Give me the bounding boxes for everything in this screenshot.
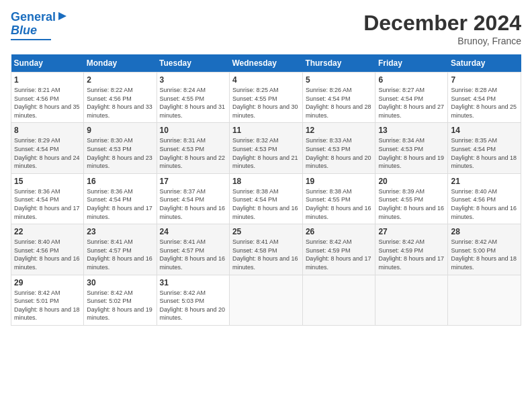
day-info: Sunrise: 8:39 AM Sunset: 4:55 PM Dayligh… xyxy=(378,187,445,221)
day-number: 16 xyxy=(87,177,153,186)
day-cell: 15 Sunrise: 8:36 AM Sunset: 4:54 PM Dayl… xyxy=(11,173,84,224)
day-number: 23 xyxy=(87,227,153,236)
month-title: December 2024 xyxy=(363,11,521,36)
day-number: 6 xyxy=(378,75,445,85)
day-cell: 26 Sunrise: 8:42 AM Sunset: 4:59 PM Dayl… xyxy=(302,224,375,275)
day-cell xyxy=(302,275,375,325)
day-cell: 10 Sunrise: 8:31 AM Sunset: 4:53 PM Dayl… xyxy=(157,123,229,173)
day-cell: 23 Sunrise: 8:41 AM Sunset: 4:57 PM Dayl… xyxy=(84,224,157,275)
day-cell: 8 Sunrise: 8:29 AM Sunset: 4:54 PM Dayli… xyxy=(11,123,84,173)
day-info: Sunrise: 8:33 AM Sunset: 4:53 PM Dayligh… xyxy=(306,136,373,170)
day-info: Sunrise: 8:28 AM Sunset: 4:54 PM Dayligh… xyxy=(451,86,518,120)
day-number: 19 xyxy=(306,177,373,186)
day-info: Sunrise: 8:40 AM Sunset: 4:56 PM Dayligh… xyxy=(451,187,518,221)
day-cell: 30 Sunrise: 8:42 AM Sunset: 5:02 PM Dayl… xyxy=(84,275,157,325)
day-cell: 25 Sunrise: 8:41 AM Sunset: 4:58 PM Dayl… xyxy=(229,224,302,275)
day-info: Sunrise: 8:38 AM Sunset: 4:55 PM Dayligh… xyxy=(306,187,373,221)
title-section: December 2024 Brunoy, France xyxy=(363,11,521,46)
logo-blue-text: Blue xyxy=(11,24,37,38)
day-info: Sunrise: 8:31 AM Sunset: 4:53 PM Dayligh… xyxy=(160,136,226,170)
day-cell: 31 Sunrise: 8:42 AM Sunset: 5:03 PM Dayl… xyxy=(157,275,229,325)
day-cell: 9 Sunrise: 8:30 AM Sunset: 4:53 PM Dayli… xyxy=(84,123,157,173)
day-cell: 1 Sunrise: 8:21 AM Sunset: 4:56 PM Dayli… xyxy=(11,73,84,123)
header: General Blue December 2024 Brunoy, Franc… xyxy=(11,11,521,46)
day-number: 25 xyxy=(232,227,300,236)
day-header-sunday: Sunday xyxy=(11,54,84,73)
day-number: 7 xyxy=(451,75,518,85)
day-info: Sunrise: 8:42 AM Sunset: 5:01 PM Dayligh… xyxy=(14,289,81,322)
day-number: 5 xyxy=(306,75,373,85)
day-number: 10 xyxy=(160,126,226,135)
week-row-5: 29 Sunrise: 8:42 AM Sunset: 5:01 PM Dayl… xyxy=(11,275,521,325)
day-cell: 13 Sunrise: 8:34 AM Sunset: 4:53 PM Dayl… xyxy=(375,123,448,173)
day-number: 8 xyxy=(14,126,81,135)
day-info: Sunrise: 8:26 AM Sunset: 4:54 PM Dayligh… xyxy=(306,86,373,120)
week-row-2: 8 Sunrise: 8:29 AM Sunset: 4:54 PM Dayli… xyxy=(11,123,521,173)
day-cell xyxy=(448,275,521,325)
day-info: Sunrise: 8:42 AM Sunset: 5:03 PM Dayligh… xyxy=(160,289,226,322)
day-number: 22 xyxy=(14,227,81,236)
day-info: Sunrise: 8:42 AM Sunset: 4:59 PM Dayligh… xyxy=(306,238,373,271)
calendar-body: 1 Sunrise: 8:21 AM Sunset: 4:56 PM Dayli… xyxy=(11,73,521,326)
day-cell xyxy=(229,275,302,325)
day-info: Sunrise: 8:25 AM Sunset: 4:55 PM Dayligh… xyxy=(232,86,300,120)
calendar-container: General Blue December 2024 Brunoy, Franc… xyxy=(0,0,532,332)
day-info: Sunrise: 8:42 AM Sunset: 5:02 PM Dayligh… xyxy=(87,289,153,322)
day-info: Sunrise: 8:38 AM Sunset: 4:54 PM Dayligh… xyxy=(232,187,300,221)
logo-text: General xyxy=(11,11,56,24)
day-number: 30 xyxy=(87,278,153,287)
day-number: 17 xyxy=(160,177,226,186)
day-info: Sunrise: 8:36 AM Sunset: 4:54 PM Dayligh… xyxy=(14,187,81,221)
day-number: 1 xyxy=(14,75,81,85)
day-cell: 4 Sunrise: 8:25 AM Sunset: 4:55 PM Dayli… xyxy=(229,73,302,123)
day-header-monday: Monday xyxy=(84,54,157,73)
day-info: Sunrise: 8:32 AM Sunset: 4:53 PM Dayligh… xyxy=(232,136,300,170)
day-info: Sunrise: 8:40 AM Sunset: 4:56 PM Dayligh… xyxy=(14,238,81,271)
day-cell xyxy=(375,275,448,325)
day-info: Sunrise: 8:35 AM Sunset: 4:54 PM Dayligh… xyxy=(451,136,518,170)
day-number: 21 xyxy=(451,177,518,186)
day-cell: 22 Sunrise: 8:40 AM Sunset: 4:56 PM Dayl… xyxy=(11,224,84,275)
day-cell: 18 Sunrise: 8:38 AM Sunset: 4:54 PM Dayl… xyxy=(229,173,302,224)
day-info: Sunrise: 8:41 AM Sunset: 4:57 PM Dayligh… xyxy=(87,238,153,271)
day-info: Sunrise: 8:24 AM Sunset: 4:55 PM Dayligh… xyxy=(160,86,226,120)
logo-underline xyxy=(11,39,51,40)
day-number: 24 xyxy=(160,227,226,236)
day-info: Sunrise: 8:37 AM Sunset: 4:54 PM Dayligh… xyxy=(160,187,226,221)
day-info: Sunrise: 8:41 AM Sunset: 4:57 PM Dayligh… xyxy=(160,238,226,271)
day-info: Sunrise: 8:34 AM Sunset: 4:53 PM Dayligh… xyxy=(378,136,445,170)
location: Brunoy, France xyxy=(363,36,521,46)
day-info: Sunrise: 8:30 AM Sunset: 4:53 PM Dayligh… xyxy=(87,136,153,170)
day-cell: 3 Sunrise: 8:24 AM Sunset: 4:55 PM Dayli… xyxy=(157,73,229,123)
day-cell: 24 Sunrise: 8:41 AM Sunset: 4:57 PM Dayl… xyxy=(157,224,229,275)
day-cell: 29 Sunrise: 8:42 AM Sunset: 5:01 PM Dayl… xyxy=(11,275,84,325)
day-info: Sunrise: 8:42 AM Sunset: 4:59 PM Dayligh… xyxy=(378,238,445,271)
svg-marker-0 xyxy=(58,12,66,20)
day-number: 28 xyxy=(451,227,518,236)
day-cell: 21 Sunrise: 8:40 AM Sunset: 4:56 PM Dayl… xyxy=(448,173,521,224)
day-number: 2 xyxy=(87,75,153,85)
logo-general: General xyxy=(11,10,56,24)
day-number: 31 xyxy=(160,278,226,287)
day-number: 29 xyxy=(14,278,81,287)
day-number: 18 xyxy=(232,177,300,186)
day-number: 3 xyxy=(160,75,226,85)
day-info: Sunrise: 8:27 AM Sunset: 4:54 PM Dayligh… xyxy=(378,86,445,120)
day-number: 26 xyxy=(306,227,373,236)
day-cell: 27 Sunrise: 8:42 AM Sunset: 4:59 PM Dayl… xyxy=(375,224,448,275)
day-number: 11 xyxy=(232,126,300,135)
day-cell: 14 Sunrise: 8:35 AM Sunset: 4:54 PM Dayl… xyxy=(448,123,521,173)
day-info: Sunrise: 8:21 AM Sunset: 4:56 PM Dayligh… xyxy=(14,86,81,120)
logo: General Blue xyxy=(11,11,68,40)
week-row-1: 1 Sunrise: 8:21 AM Sunset: 4:56 PM Dayli… xyxy=(11,73,521,123)
day-cell: 20 Sunrise: 8:39 AM Sunset: 4:55 PM Dayl… xyxy=(375,173,448,224)
day-header-friday: Friday xyxy=(375,54,448,73)
day-info: Sunrise: 8:41 AM Sunset: 4:58 PM Dayligh… xyxy=(232,238,300,271)
day-header-thursday: Thursday xyxy=(302,54,375,73)
day-cell: 12 Sunrise: 8:33 AM Sunset: 4:53 PM Dayl… xyxy=(302,123,375,173)
day-info: Sunrise: 8:36 AM Sunset: 4:54 PM Dayligh… xyxy=(87,187,153,221)
day-number: 12 xyxy=(306,126,373,135)
day-number: 9 xyxy=(87,126,153,135)
day-number: 4 xyxy=(232,75,300,85)
day-info: Sunrise: 8:42 AM Sunset: 5:00 PM Dayligh… xyxy=(451,238,518,271)
